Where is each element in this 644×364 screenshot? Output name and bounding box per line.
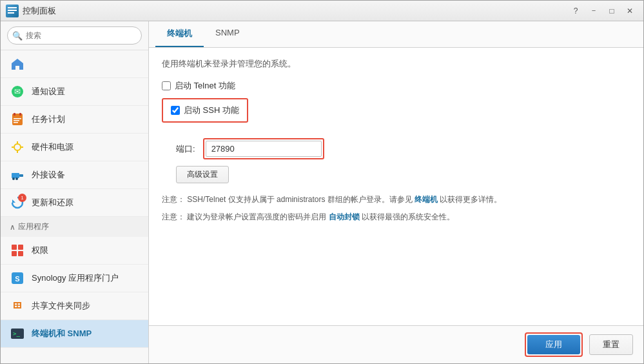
svg-rect-8 <box>14 118 21 119</box>
minimize-button[interactable]: － <box>585 5 602 17</box>
svg-rect-24 <box>18 251 23 256</box>
sidebar-item-task-label: 任务计划 <box>32 114 65 125</box>
description-text: 使用终端机来登录并管理您的系统。 <box>162 58 630 70</box>
svg-point-11 <box>14 144 21 150</box>
reset-button[interactable]: 重置 <box>589 334 633 355</box>
apply-button[interactable]: 应用 <box>527 335 580 354</box>
panel-content: 使用终端机来登录并管理您的系统。 启动 Telnet 功能 启动 SSH 功能 <box>149 48 643 325</box>
note2-body: 建议为登录帐户设置高强度的密码并启用 <box>187 212 328 221</box>
sidebar-item-hardware[interactable]: 硬件和电源 <box>1 134 148 161</box>
ssh-section-highlight: 启动 SSH 功能 <box>162 98 248 123</box>
hardware-icon <box>10 139 25 155</box>
svg-rect-21 <box>12 245 17 250</box>
note2-prefix: 注意： <box>162 212 185 221</box>
sidebar-item-hardware-label: 硬件和电源 <box>32 141 73 153</box>
svg-point-19 <box>15 177 18 180</box>
section-app-label: 应用程序 <box>18 221 49 232</box>
sidebar-item-synology[interactable]: S Synology 应用程序门户 <box>1 265 148 292</box>
telnet-label: 启动 Telnet 功能 <box>175 80 235 92</box>
perm-icon <box>10 243 25 258</box>
sidebar-item-notify[interactable]: ✉ 通知设置 <box>1 78 148 106</box>
tab-terminal[interactable]: 终端机 <box>155 21 204 47</box>
update-icon: 1 <box>10 195 25 210</box>
sidebar-item-external-label: 外接设备 <box>32 169 65 181</box>
sidebar-item-update[interactable]: 1 更新和还原 <box>1 189 148 217</box>
svg-text:✉: ✉ <box>14 87 21 96</box>
sidebar-item-perm[interactable]: 权限 <box>1 237 148 265</box>
advanced-btn-row: 高级设置 <box>162 166 630 194</box>
main-panel: 终端机 SNMP 使用终端机来登录并管理您的系统。 启动 Telnet 功能 <box>149 21 643 363</box>
port-label: 端口: <box>176 143 195 155</box>
title-bar: 控制面板 ? － □ ✕ <box>1 1 643 21</box>
sidebar-item-synology-label: Synology 应用程序门户 <box>32 272 119 284</box>
search-icon: 🔍 <box>12 31 23 41</box>
note1-link[interactable]: 终端机 <box>415 195 438 204</box>
ssh-checkbox-label[interactable]: 启动 SSH 功能 <box>171 105 239 116</box>
task-icon <box>10 112 25 127</box>
svg-rect-23 <box>12 251 17 256</box>
port-input[interactable] <box>206 141 322 157</box>
note1-suffix: 以获得更多详情。 <box>440 195 502 204</box>
svg-point-18 <box>12 177 15 180</box>
svg-rect-16 <box>12 173 19 178</box>
sidebar-item-sync-label: 共享文件夹同步 <box>32 300 90 312</box>
svg-marker-20 <box>12 199 15 203</box>
svg-rect-0 <box>8 7 17 8</box>
sidebar-item-perm-label: 权限 <box>32 245 48 256</box>
synology-icon: S <box>10 270 25 286</box>
svg-text:S: S <box>15 275 19 283</box>
advanced-settings-button[interactable]: 高级设置 <box>176 166 229 183</box>
note2-suffix: 以获得最强的系统安全性。 <box>362 212 454 221</box>
update-badge: 1 <box>18 194 26 202</box>
window-controls: ? － □ ✕ <box>567 5 638 17</box>
note2: 注意： 建议为登录帐户设置高强度的密码并启用 自动封锁 以获得最强的系统安全性。 <box>162 211 630 223</box>
ssh-label: 启动 SSH 功能 <box>184 105 239 116</box>
tab-bar: 终端机 SNMP <box>149 21 643 48</box>
port-section: 端口: <box>162 138 630 159</box>
ssh-row: 启动 SSH 功能 <box>162 98 630 132</box>
sidebar-item-task[interactable]: 任务计划 <box>1 106 148 134</box>
sidebar-search-area: 🔍 <box>1 21 148 50</box>
sidebar-item-external[interactable]: 外接设备 <box>1 161 148 189</box>
svg-rect-2 <box>8 12 14 14</box>
maximize-button[interactable]: □ <box>603 5 620 17</box>
svg-rect-1 <box>8 10 17 11</box>
svg-rect-22 <box>18 245 23 250</box>
home-icon <box>10 56 25 72</box>
sidebar-section-app[interactable]: ∧ 应用程序 <box>1 217 148 237</box>
close-button[interactable]: ✕ <box>621 5 638 17</box>
terminal-icon: >_ <box>10 326 25 341</box>
svg-text:>_: >_ <box>13 330 20 337</box>
telnet-row: 启动 Telnet 功能 <box>162 80 630 92</box>
port-input-highlight <box>203 138 324 159</box>
svg-rect-7 <box>19 113 21 116</box>
external-icon <box>10 167 25 183</box>
svg-rect-6 <box>14 113 15 116</box>
search-input[interactable] <box>7 26 142 45</box>
svg-rect-17 <box>19 174 23 177</box>
sync-icon <box>10 298 25 314</box>
note1-prefix: 注意： <box>162 195 185 204</box>
bottom-bar: 应用 重置 <box>149 325 643 363</box>
content-area: 🔍 ✉ 通知设置 <box>1 21 643 363</box>
telnet-checkbox[interactable] <box>162 81 171 90</box>
sidebar-item-terminal[interactable]: >_ 终端机和 SNMP <box>1 320 148 348</box>
note1-body: SSH/Telnet 仅支持从属于 administrators 群组的帐户登录… <box>187 195 415 204</box>
app-icon <box>6 5 19 17</box>
sidebar-item-home[interactable] <box>1 50 148 78</box>
sidebar-item-terminal-label: 终端机和 SNMP <box>32 328 92 339</box>
apply-btn-highlight: 应用 <box>525 332 583 357</box>
note2-link[interactable]: 自动封锁 <box>329 212 360 221</box>
ssh-checkbox[interactable] <box>171 106 180 115</box>
sidebar: 🔍 ✉ 通知设置 <box>1 21 149 363</box>
help-button[interactable]: ? <box>567 5 584 17</box>
note1: 注意： SSH/Telnet 仅支持从属于 administrators 群组的… <box>162 194 630 206</box>
tab-snmp[interactable]: SNMP <box>204 21 251 47</box>
window-title: 控制面板 <box>23 5 56 17</box>
sidebar-item-sync[interactable]: 共享文件夹同步 <box>1 292 148 320</box>
control-panel-window: 控制面板 ? － □ ✕ 🔍 <box>0 0 644 364</box>
sidebar-item-notify-label: 通知设置 <box>32 86 65 97</box>
title-bar-left: 控制面板 <box>6 5 56 17</box>
notify-icon: ✉ <box>10 84 25 99</box>
telnet-checkbox-label[interactable]: 启动 Telnet 功能 <box>162 80 235 92</box>
